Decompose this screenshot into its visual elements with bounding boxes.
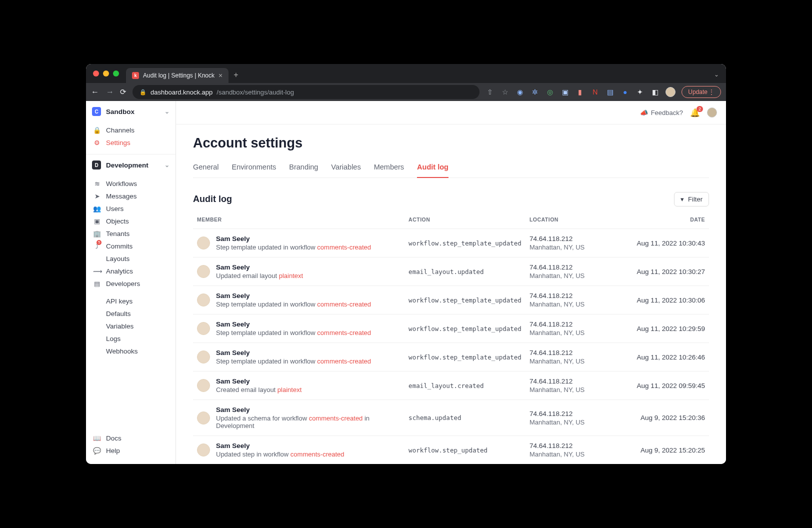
sidebar-item-commits[interactable]: ⤴Commits [86,240,176,252]
sidebar-item-label: Commits [106,242,132,250]
table-row[interactable]: Sam Seely Step template updated in workf… [193,286,709,314]
page-title: Account settings [193,136,709,151]
profile-avatar-icon[interactable] [666,87,676,97]
sidebar-item-label: Messages [106,192,137,200]
member-name: Sam Seely [216,320,371,328]
browser-toolbar: ← → ⟳ 🔒 dashboard.knock.app/sandbox/sett… [86,83,726,101]
event-date: Aug 11, 2022 10:26:46 [618,343,709,372]
sidebar-item-layouts[interactable]: Layouts [86,252,176,265]
workspace-badge-icon: C [92,107,101,116]
location-ip: 74.64.118.212 [530,378,614,385]
tabs-dropdown-icon[interactable]: ⌄ [714,71,719,78]
col-date: DATE [618,210,709,229]
table-row[interactable]: Sam Seely Step template updated in workf… [193,314,709,343]
lock-icon: 🔒 [140,89,146,96]
table-row[interactable]: Sam Seely Step template updated in workf… [193,229,709,258]
tab-variables[interactable]: Variables [331,158,360,178]
feedback-button[interactable]: 📣 Feedback? [640,109,683,116]
filter-icon: ▾ [680,196,684,203]
action-code: workflow.step_template_updated [408,325,522,332]
action-code: workflow.step_template_updated [408,354,522,361]
back-button[interactable]: ← [91,88,99,96]
entity-link[interactable]: comments-created [290,450,344,458]
entity-link[interactable]: comments-created [317,244,371,251]
side-panel-icon[interactable]: ◧ [650,88,660,96]
sidebar-item-channels[interactable]: 🔒Channels [86,124,176,136]
sidebar-item-docs[interactable]: 📖Docs [86,432,176,444]
entity-link[interactable]: comments-created [317,329,371,336]
ext-icon-5[interactable]: ▮ [576,88,584,96]
sidebar-item-developers[interactable]: ▤Developers [86,278,176,290]
location-ip: 74.64.118.212 [530,264,614,271]
tab-environments[interactable]: Environments [232,158,276,178]
entity-link[interactable]: comments-created [317,300,371,308]
share-icon[interactable]: ⇧ [486,88,494,96]
tab-members[interactable]: Members [374,158,404,178]
forward-button[interactable]: → [106,88,114,96]
browser-update-button[interactable]: Update ⋮ [682,86,721,98]
tab-general[interactable]: General [193,158,219,178]
sidebar-subitem-defaults[interactable]: Defaults [106,308,176,320]
ext-icon-4[interactable]: ▣ [560,88,570,96]
sidebar-item-users[interactable]: 👥Users [86,202,176,215]
close-window-icon[interactable] [93,70,99,76]
new-tab-button[interactable]: + [234,70,238,80]
workspace-name: Sandbox [106,108,134,116]
entity-link[interactable]: comments-created [317,358,371,365]
sidebar-item-settings[interactable]: ⚙Settings [86,136,176,149]
sidebar-subitem-webhooks[interactable]: Webhooks [106,345,176,358]
filter-button[interactable]: ▾ Filter [674,192,709,206]
sidebar: C Sandbox ⌄ 🔒Channels⚙Settings D Develop… [86,101,176,464]
location-ip: 74.64.118.212 [530,410,614,418]
environment-name: Development [106,162,148,169]
sidebar-subitem-logs[interactable]: Logs [106,332,176,345]
ext-icon-3[interactable]: ◎ [546,88,554,96]
tab-audit-log[interactable]: Audit log [417,158,448,178]
browser-tab[interactable]: k Audit log | Settings | Knock × [126,68,228,83]
event-date: Aug 11, 2022 09:59:45 [618,372,709,400]
minimize-window-icon[interactable] [103,70,109,76]
sidebar-item-objects[interactable]: ▣Objects [86,215,176,228]
action-code: email_layout.created [408,382,484,390]
member-name: Sam Seely [216,235,371,242]
environment-switcher[interactable]: D Development ⌄ [86,154,176,176]
entity-link[interactable]: plaintext [279,272,303,280]
notifications-button[interactable]: 🔔2 [690,108,700,118]
maximize-window-icon[interactable] [113,70,119,76]
table-row[interactable]: Sam Seely Updated step in workflow comme… [193,436,709,464]
ext-icon-8[interactable]: ● [620,88,630,96]
table-row[interactable]: Sam Seely Step template updated in workf… [193,343,709,372]
tab-branding[interactable]: Branding [289,158,318,178]
sidebar-item-messages[interactable]: ➤Messages [86,190,176,202]
users-icon: 👥 [93,205,101,212]
extensions-icon[interactable]: ✦ [636,88,644,96]
table-row[interactable]: Sam Seely Updated a schema for workflow … [193,400,709,436]
sidebar-item-label: Analytics [106,268,133,275]
tab-title: Audit log | Settings | Knock [143,72,214,79]
reload-button[interactable]: ⟳ [120,88,126,96]
star-icon[interactable]: ☆ [500,88,510,96]
ext-icon-1[interactable]: ◉ [516,88,524,96]
ext-icon-6[interactable]: N [590,88,600,96]
ext-icon-2[interactable]: ✲ [530,88,540,96]
member-avatar-icon [197,265,210,278]
member-description: Step template updated in workflow commen… [216,300,371,308]
sidebar-item-analytics[interactable]: ⟿Analytics [86,265,176,278]
table-row[interactable]: Sam Seely Created email layout plaintext… [193,372,709,400]
sidebar-subitem-variables[interactable]: Variables [106,320,176,332]
ext-icon-7[interactable]: ▤ [606,88,614,96]
close-tab-icon[interactable]: × [218,72,222,80]
sidebar-subitem-api-keys[interactable]: API keys [106,295,176,308]
docs-icon: 📖 [93,434,101,442]
user-avatar-icon[interactable] [707,108,717,118]
address-bar[interactable]: 🔒 dashboard.knock.app/sandbox/settings/a… [132,85,480,99]
sidebar-item-help[interactable]: 💬Help [86,444,176,457]
action-code: workflow.step_updated [408,446,488,454]
favicon-icon: k [132,72,139,79]
entity-link[interactable]: plaintext [278,386,302,394]
table-row[interactable]: Sam Seely Updated email layout plaintext… [193,258,709,286]
sidebar-item-workflows[interactable]: ≋Workflows [86,178,176,190]
sidebar-item-tenants[interactable]: 🏢Tenants [86,228,176,240]
entity-link[interactable]: comments-created [309,414,363,422]
workspace-switcher[interactable]: C Sandbox ⌄ [86,101,176,122]
